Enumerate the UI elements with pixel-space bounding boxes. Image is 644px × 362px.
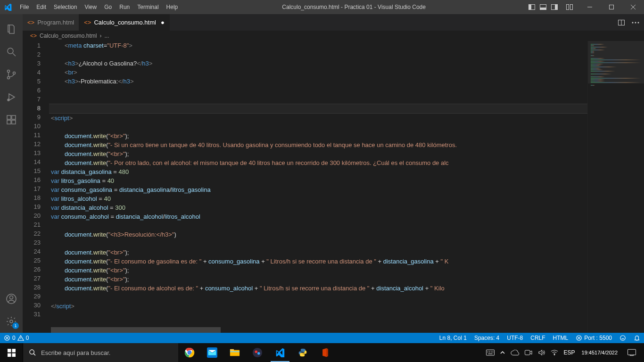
menu-file[interactable]: File [16,0,33,14]
dirty-indicator-icon[interactable]: ● [161,19,165,26]
html-file-icon: <> [30,33,37,39]
customize-layout-icon[interactable] [564,0,575,14]
svg-point-40 [255,350,258,353]
more-actions-icon[interactable] [631,18,640,27]
tab-program-html[interactable]: <>Program.html [23,14,79,31]
window-minimize-button[interactable] [579,0,601,14]
status-bell-icon[interactable] [630,333,644,343]
svg-point-32 [30,350,34,354]
svg-rect-43 [525,350,530,355]
svg-rect-38 [230,351,239,352]
menu-help[interactable]: Help [163,0,182,14]
tray-volume-icon[interactable] [535,343,548,362]
run-debug-icon[interactable] [0,86,23,108]
svg-rect-31 [12,353,15,356]
taskbar-app-chrome[interactable] [178,343,201,362]
status-spaces[interactable]: Spaces: 4 [471,333,503,343]
status-feedback-icon[interactable] [616,333,630,343]
status-problems[interactable]: 0 0 [0,333,33,343]
status-bar: 0 0 Ln 8, Col 1 Spaces: 4 UTF-8 CRLF HTM… [0,333,644,343]
toggle-panel-bottom-icon[interactable] [537,0,549,14]
svg-rect-5 [555,5,558,10]
breadcrumb-rest: ... [104,33,109,39]
svg-rect-3 [540,8,546,10]
search-placeholder: Escribe aquí para buscar. [41,349,110,356]
settings-gear-icon[interactable]: 1 [0,310,23,333]
tray-onedrive-icon[interactable] [508,343,522,362]
svg-point-27 [620,336,626,341]
menu-view[interactable]: View [81,0,100,14]
tray-clock[interactable]: 19:4517/4/2022 [578,343,621,362]
split-editor-icon[interactable] [617,18,626,27]
scrollbar-thumb[interactable] [51,327,221,333]
svg-rect-29 [12,349,15,352]
breadcrumb-file: Calculo_consumo.html [40,33,97,39]
tray-language[interactable]: ESP [561,343,578,362]
svg-point-44 [554,354,555,355]
svg-rect-45 [627,349,636,355]
tray-keyboard-icon[interactable] [483,343,497,362]
toggle-panel-right-icon[interactable] [549,0,560,14]
code-editor[interactable]: 1234567891011121314151617181920212223242… [23,41,644,333]
taskbar-app-explorer[interactable] [223,343,246,362]
svg-point-11 [8,77,10,79]
menu-go[interactable]: Go [100,0,116,14]
tab-calculo_consumo-html[interactable]: <>Calculo_consumo.html● [79,14,170,31]
tray-meet-now-icon[interactable] [522,343,535,362]
status-live-server[interactable]: Port : 5500 [572,333,616,343]
tray-wifi-icon[interactable] [548,343,561,362]
menu-edit[interactable]: Edit [33,0,50,14]
accounts-icon[interactable] [0,288,23,310]
html-file-icon: <> [84,19,91,26]
search-icon [29,349,36,356]
svg-point-23 [635,22,636,23]
window-close-button[interactable] [622,0,644,14]
menu-run[interactable]: Run [116,0,133,14]
start-button[interactable] [0,343,23,362]
svg-rect-17 [12,115,16,119]
svg-point-13 [8,99,9,101]
minimap[interactable] [587,41,644,333]
svg-point-9 [8,48,13,54]
source-control-icon[interactable] [0,63,23,86]
status-language[interactable]: HTML [549,333,572,343]
extensions-icon[interactable] [0,108,23,131]
tray-chevron-up-icon[interactable] [497,343,508,362]
chevron-right-icon: › [99,33,101,39]
html-file-icon: <> [27,19,34,26]
taskbar-app-office[interactable] [314,343,337,362]
status-eol[interactable]: CRLF [527,333,549,343]
svg-point-12 [13,72,16,74]
taskbar-app-python[interactable] [291,343,314,362]
tab-label: Program.html [37,19,74,26]
menu-selection[interactable]: Selection [50,0,81,14]
taskbar-search[interactable]: Escribe aquí para buscar. [23,343,178,362]
titlebar: FileEditSelectionViewGoRunTerminalHelp C… [0,0,644,14]
status-cursor[interactable]: Ln 8, Col 1 [436,333,471,343]
explorer-icon[interactable] [0,18,23,41]
horizontal-scrollbar[interactable] [51,327,583,333]
menu-bar: FileEditSelectionViewGoRunTerminalHelp [16,0,182,14]
activity-bar: 1 [0,14,23,333]
svg-rect-7 [570,5,573,10]
svg-point-22 [632,22,634,23]
breadcrumb[interactable]: <> Calculo_consumo.html › ... [23,31,644,41]
taskbar-app-vscode[interactable] [269,343,291,362]
editor-area: <>Program.html<>Calculo_consumo.html● <>… [23,14,644,333]
svg-rect-28 [8,349,11,352]
tray-notifications-icon[interactable] [621,343,642,362]
search-icon[interactable] [0,41,23,63]
layout-controls [526,0,575,14]
status-encoding[interactable]: UTF-8 [503,333,527,343]
svg-rect-15 [7,120,11,124]
svg-point-41 [257,352,260,355]
svg-point-19 [10,296,13,299]
taskbar-app-teams[interactable] [246,343,269,362]
tabs-row: <>Program.html<>Calculo_consumo.html● [23,14,644,31]
window-maximize-button[interactable] [601,0,622,14]
svg-point-24 [638,22,639,23]
toggle-panel-left-icon[interactable] [526,0,537,14]
svg-point-39 [253,348,262,357]
menu-terminal[interactable]: Terminal [133,0,162,14]
taskbar-app-mail[interactable] [201,343,223,362]
